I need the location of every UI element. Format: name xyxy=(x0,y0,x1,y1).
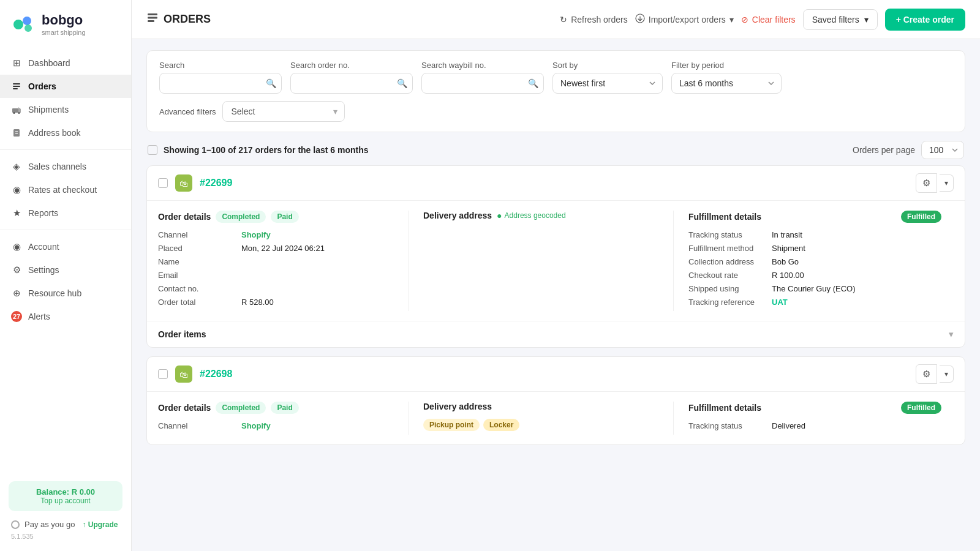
sidebar-item-account[interactable]: ◉ Account xyxy=(0,235,131,258)
import-export-button[interactable]: Import/export orders ▾ xyxy=(635,13,734,25)
refresh-icon: ↻ xyxy=(560,15,567,24)
detail-channel-22699: Channel Shopify xyxy=(158,230,393,239)
import-arrow-icon: ▾ xyxy=(729,15,734,24)
fulfillment-section-22698: Fulfillment details Fulfilled Tracking s… xyxy=(688,402,954,435)
sidebar-item-sales-channels[interactable]: ◈ Sales channels xyxy=(0,155,131,178)
detail-tracking-ref-22699: Tracking reference UAT xyxy=(688,298,941,307)
total-val: R 528.00 xyxy=(241,298,274,307)
balance-box[interactable]: Balance: R 0.00 Top up account xyxy=(9,481,123,511)
sidebar-divider xyxy=(0,149,131,150)
method-key: Fulfillment method xyxy=(688,244,762,253)
period-select[interactable]: Last 6 months Last 3 months Last month A… xyxy=(671,73,782,94)
order-header-22699: 🛍 #22699 ⚙ ▾ xyxy=(147,166,965,201)
paid-badge-22698: Paid xyxy=(271,402,298,414)
advanced-filters-select[interactable]: Select xyxy=(222,101,345,122)
create-order-button[interactable]: + Create order xyxy=(885,9,965,31)
shipped-key: Shipped using xyxy=(688,284,762,293)
search-input-wrap: 🔍 xyxy=(159,73,282,94)
sidebar-divider2 xyxy=(0,230,131,230)
sidebar-item-address-book[interactable]: Address book xyxy=(0,121,131,144)
sidebar-item-dashboard[interactable]: ⊞ Dashboard xyxy=(0,51,131,75)
sidebar-item-label: Rates at checkout xyxy=(28,185,97,195)
select-all-checkbox[interactable] xyxy=(148,145,157,155)
order-dropdown-button-22699[interactable]: ▾ xyxy=(940,174,954,192)
locker-badge-22698: Locker xyxy=(483,419,519,431)
results-info: Showing 1–100 of 217 orders for the last… xyxy=(148,145,369,155)
detail-name-22699: Name xyxy=(158,257,393,266)
checkout-val: R 100.00 xyxy=(772,271,804,280)
search-input[interactable] xyxy=(159,73,282,94)
order-header-22698: 🛍 #22698 ⚙ ▾ xyxy=(147,357,965,392)
brand-tagline: smart shipping xyxy=(42,29,86,37)
detail-tracking-status-22699: Tracking status In transit xyxy=(688,230,941,239)
order-items-footer-22699[interactable]: Order items ▾ xyxy=(147,321,965,347)
search-icon: 🔍 xyxy=(266,78,276,88)
saved-filters-label: Saved filters xyxy=(812,15,859,24)
sidebar-nav: ⊞ Dashboard Orders Shipments Address boo… xyxy=(0,47,131,475)
sort-select[interactable]: Newest first Oldest first xyxy=(552,73,663,94)
channel-val[interactable]: Shopify xyxy=(241,230,271,239)
period-label: Filter by period xyxy=(671,61,782,70)
order-details-title-22698: Order details Completed Paid xyxy=(158,402,393,414)
filter-row2: Advanced filters Select ▾ xyxy=(159,101,952,122)
svg-rect-14 xyxy=(148,17,157,19)
sidebar-item-alerts[interactable]: 27 Alerts xyxy=(0,305,131,328)
detail-email-22699: Email xyxy=(158,271,393,280)
clear-icon: ⊘ xyxy=(741,15,748,24)
svg-point-8 xyxy=(13,112,15,114)
upgrade-button[interactable]: ↑ Upgrade xyxy=(82,520,118,529)
geocoded-dot-icon: ● xyxy=(497,211,502,220)
order-checkbox-22698[interactable] xyxy=(158,369,168,379)
sidebar-item-shipments[interactable]: Shipments xyxy=(0,98,131,121)
order-body-22699: Order details Completed Paid Channel Sho… xyxy=(147,201,965,321)
fulfillment-section-22699: Fulfillment details Fulfilled Tracking s… xyxy=(688,211,954,311)
alerts-label: Alerts xyxy=(28,312,50,321)
order-dropdown-button-22698[interactable]: ▾ xyxy=(940,365,954,383)
order-card-22699: 🛍 #22699 ⚙ ▾ Order details Completed Pai… xyxy=(146,165,965,348)
waybill-input[interactable] xyxy=(421,73,544,94)
order-items-label-22699: Order items xyxy=(158,329,206,339)
shopify-icon-22698: 🛍 xyxy=(175,365,192,383)
detail-checkout-22699: Checkout rate R 100.00 xyxy=(688,271,941,280)
waybill-search-icon: 🔍 xyxy=(528,78,538,88)
sidebar-item-resource-hub[interactable]: ⊕ Resource hub xyxy=(0,282,131,305)
saved-filters-button[interactable]: Saved filters ▾ xyxy=(803,9,878,30)
clear-filters-button[interactable]: ⊘ Clear filters xyxy=(741,15,796,24)
order-gear-button-22698[interactable]: ⚙ xyxy=(916,364,937,384)
sidebar-item-settings[interactable]: ⚙ Settings xyxy=(0,258,131,282)
saved-filters-chevron-icon: ▾ xyxy=(864,15,869,24)
svg-rect-4 xyxy=(13,86,20,87)
sidebar-item-label: Shipments xyxy=(28,105,69,114)
sidebar-item-rates-at-checkout[interactable]: ◉ Rates at checkout xyxy=(0,178,131,201)
sidebar-item-orders[interactable]: Orders xyxy=(0,75,131,98)
order-checkbox-22699[interactable] xyxy=(158,178,168,188)
detail-shipped-22699: Shipped using The Courier Guy (ECO) xyxy=(688,284,941,293)
waybill-label: Search waybill no. xyxy=(421,61,544,70)
order-number-22699[interactable]: #22699 xyxy=(200,178,232,189)
order-no-input[interactable] xyxy=(290,73,413,94)
filter-row1: Search 🔍 Search order no. 🔍 Search waybi… xyxy=(159,61,952,94)
sidebar-item-reports[interactable]: ★ Reports xyxy=(0,201,131,225)
tracking-status-val-22698: Delivered xyxy=(772,421,805,430)
orders-icon xyxy=(11,81,22,92)
channel-key-22698: Channel xyxy=(158,421,232,430)
detail-method-22699: Fulfillment method Shipment xyxy=(688,244,941,253)
tracking-ref-val[interactable]: UAT xyxy=(772,298,788,307)
svg-rect-13 xyxy=(148,13,157,15)
per-page-select[interactable]: 25 50 100 200 xyxy=(921,141,964,159)
svg-point-1 xyxy=(23,17,31,25)
refresh-orders-button[interactable]: ↻ Refresh orders xyxy=(560,15,628,24)
detail-collection-22699: Collection address Bob Go xyxy=(688,257,941,266)
channel-val-22698[interactable]: Shopify xyxy=(241,421,271,430)
detail-placed-22699: Placed Mon, 22 Jul 2024 06:21 xyxy=(158,244,393,253)
order-number-22698[interactable]: #22698 xyxy=(200,369,232,380)
channel-key: Channel xyxy=(158,230,232,239)
alerts-badge: 27 xyxy=(11,311,22,322)
sidebar-item-label: Reports xyxy=(28,208,58,218)
version-label: 5.1.535 xyxy=(9,531,123,541)
order-gear-button-22699[interactable]: ⚙ xyxy=(916,173,937,193)
tracking-status-val: In transit xyxy=(772,230,802,239)
search-label: Search xyxy=(159,61,282,70)
svg-rect-10 xyxy=(13,129,20,137)
clear-label: Clear filters xyxy=(752,15,796,24)
